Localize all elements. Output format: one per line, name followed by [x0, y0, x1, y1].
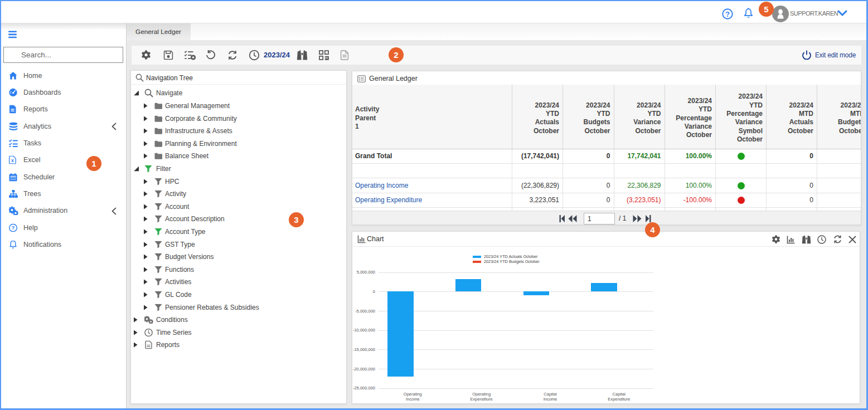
svg-text:x: x [11, 158, 14, 163]
svg-text:?: ? [12, 224, 15, 231]
svg-text:?: ? [725, 11, 730, 18]
